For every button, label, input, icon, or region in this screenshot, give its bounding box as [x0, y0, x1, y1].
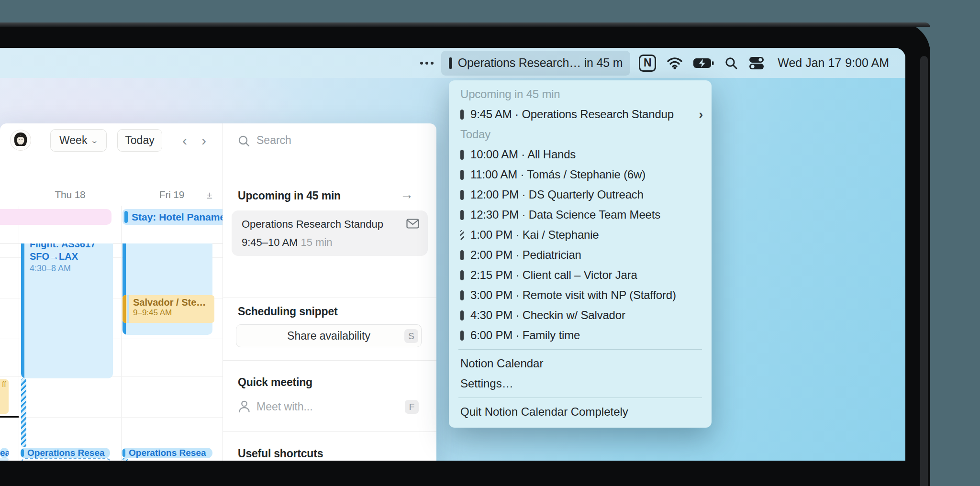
- prev-period-button[interactable]: ‹: [175, 129, 195, 152]
- menu-bar: Operations Research… in 45 m N: [0, 48, 905, 78]
- event-color-bar: [460, 230, 464, 240]
- menu-item-settings[interactable]: Settings…: [449, 374, 712, 394]
- avatar[interactable]: [11, 130, 31, 150]
- column-divider: [121, 206, 122, 461]
- tray-menu-item[interactable]: Today: [449, 124, 712, 144]
- event-color-bar: [21, 243, 24, 378]
- event-color-bar: [460, 190, 464, 200]
- tray-menu-item[interactable]: 4:30 PM · Checkin w/ Salvador: [449, 305, 712, 325]
- current-time-indicator: [0, 416, 19, 418]
- spotlight-search-icon[interactable]: [724, 56, 738, 70]
- next-period-button[interactable]: ›: [194, 129, 214, 152]
- email-icon[interactable]: [406, 219, 419, 229]
- wifi-icon[interactable]: [667, 57, 682, 69]
- shortcuts-heading: Useful shortcuts: [238, 447, 323, 460]
- event-pill-ops-fri[interactable]: Operations Resea: [122, 448, 212, 458]
- column-divider: [19, 206, 19, 461]
- person-icon: [238, 400, 251, 413]
- shortcut-key-f: F: [405, 400, 419, 414]
- event-color-bar: [460, 170, 464, 180]
- status-item-label: Operations Research… in 45 m: [458, 56, 623, 70]
- mockup-frame: Operations Research… in 45 m N: [0, 0, 980, 486]
- section-divider: [223, 431, 436, 432]
- event-color-bar: [460, 290, 464, 300]
- screen: Operations Research… in 45 m N: [0, 48, 905, 461]
- event-color-bar: [460, 310, 464, 320]
- event-color-bar: [460, 150, 464, 160]
- menu-item-quit[interactable]: Quit Notion Calendar Completely: [449, 402, 712, 422]
- tray-menu-item[interactable]: 11:00 AM · Tomás / Stephanie (6w): [449, 165, 712, 185]
- day-header-thu18[interactable]: Thu 18: [19, 188, 122, 201]
- tray-menu-item[interactable]: 12:30 PM · Data Science Team Meets: [449, 205, 712, 225]
- event-color-bar: [460, 270, 464, 280]
- chevron-down-icon: ⌄: [90, 136, 99, 145]
- menu-divider: [458, 349, 702, 350]
- menubar-date[interactable]: Wed Jan 17: [778, 56, 841, 70]
- hour-gridline: [0, 417, 223, 418]
- event-clipped-blue[interactable]: [0, 458, 9, 461]
- busy-hatched-block-fri[interactable]: [122, 458, 128, 461]
- tray-menu-item[interactable]: 12:00 PM · DS Quarterly Outreach: [449, 185, 712, 205]
- tray-menu-item[interactable]: 2:15 PM · Client call – Victor Jara: [449, 265, 712, 285]
- tray-menu-item[interactable]: 9:45 AM · Operations Research Standup ›: [449, 104, 712, 124]
- event-pill-ops-thu[interactable]: Operations Resea: [20, 448, 110, 458]
- menu-item-notion-calendar[interactable]: Notion Calendar: [449, 353, 712, 374]
- arrow-right-icon[interactable]: →: [400, 187, 413, 202]
- battery-charging-icon[interactable]: [693, 57, 714, 69]
- panel-divider: [223, 123, 223, 461]
- notion-calendar-tray-menu: Upcoming in 45 min 9:45 AM · Operations …: [449, 80, 712, 428]
- upcoming-heading: Upcoming in 45 min: [238, 189, 341, 202]
- device-bezel: Operations Research… in 45 m N: [0, 22, 930, 486]
- tray-menu-item[interactable]: Upcoming in 45 min: [449, 84, 712, 104]
- tray-menu-item[interactable]: 6:00 PM · Family time: [449, 325, 712, 345]
- tray-menu-item[interactable]: 2:00 PM · Pediatrician: [449, 245, 712, 265]
- menubar-clock[interactable]: 9:00 AM: [845, 56, 889, 70]
- allday-event-pink[interactable]: [0, 209, 111, 225]
- event-color-bar: [460, 110, 464, 120]
- allday-event-stay[interactable]: Stay: Hotel Panamer: [122, 209, 223, 225]
- control-center-icon[interactable]: [748, 56, 765, 70]
- event-bar-icon: [449, 57, 452, 69]
- event-flight[interactable]: Flight: AS3617 SFO→LAX 4:30–8 AM: [21, 243, 113, 378]
- tray-event-list: Upcoming in 45 min 9:45 AM · Operations …: [449, 84, 712, 345]
- event-duration: 15 min: [301, 236, 333, 248]
- timezone-toggle-icon[interactable]: ±: [207, 189, 212, 201]
- tray-menu-item[interactable]: 1:00 PM · Kai / Stephanie: [449, 225, 712, 245]
- upcoming-event-card[interactable]: Operations Research Standup 9:45–10 AM 1…: [232, 210, 428, 256]
- event-color-bar: [460, 331, 464, 341]
- quick-meeting-heading: Quick meeting: [238, 376, 312, 389]
- view-switcher-week[interactable]: Week ⌄: [50, 129, 107, 152]
- shortcut-key-s: S: [404, 329, 418, 343]
- search-input[interactable]: Search: [256, 134, 291, 147]
- scheduling-heading: Scheduling snippet: [238, 305, 338, 318]
- section-divider: [223, 298, 436, 298]
- meet-with-input[interactable]: Meet with...: [256, 400, 313, 413]
- menu-divider: [458, 398, 702, 398]
- chevron-right-icon: ›: [699, 107, 703, 122]
- busy-hatched-block-thu[interactable]: [21, 378, 26, 447]
- notion-calendar-status-item[interactable]: Operations Research… in 45 m: [441, 51, 631, 76]
- bezel-edge: [920, 56, 928, 486]
- search-icon: [238, 135, 250, 147]
- today-button[interactable]: Today: [117, 129, 162, 152]
- notion-app-icon[interactable]: N: [639, 55, 656, 72]
- event-color-bar: [124, 211, 128, 223]
- share-availability-button[interactable]: Share availability: [236, 324, 422, 347]
- event-liam-stephanie[interactable]: Liam / Stephanie: [21, 458, 111, 461]
- event-color-bar: [460, 250, 464, 260]
- section-divider: [223, 360, 436, 361]
- event-salvador[interactable]: Salvador / Ste… 9–9:45 AM: [122, 295, 214, 323]
- event-color-bar: [460, 210, 464, 220]
- more-menu-extras-icon[interactable]: [420, 62, 434, 65]
- tray-menu-item[interactable]: 10:00 AM · All Hands: [449, 144, 712, 165]
- calendar-window: Week ⌄ Today ‹ › Thu 18 Fri 19 ±: [0, 123, 436, 461]
- event-pill-clipped[interactable]: ea: [0, 448, 9, 458]
- event-clipped-yellow[interactable]: ff: [0, 379, 9, 414]
- tray-menu-item[interactable]: 3:00 PM · Remote visit with NP (Stafford…: [449, 285, 712, 305]
